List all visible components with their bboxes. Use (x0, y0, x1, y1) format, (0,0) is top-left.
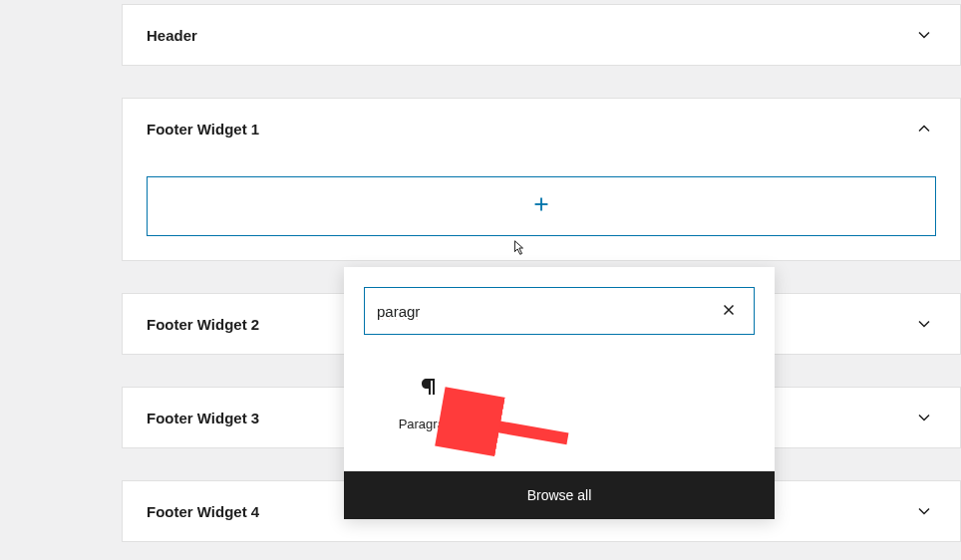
browse-all-button[interactable]: Browse all (344, 471, 775, 519)
paragraph-icon (417, 375, 441, 403)
plus-icon (530, 193, 552, 219)
add-block-button[interactable] (147, 176, 936, 236)
chevron-down-icon (912, 23, 936, 47)
block-inserter-popover: Paragraph Browse all (344, 267, 775, 519)
mouse-cursor-icon (509, 239, 527, 259)
chevron-down-icon (912, 499, 936, 523)
panel-title: Footer Widget 3 (147, 410, 259, 426)
panel-title: Header (147, 27, 197, 44)
search-input[interactable] (377, 303, 716, 320)
close-icon (720, 307, 738, 322)
panel-title: Footer Widget 4 (147, 503, 259, 520)
search-box (364, 287, 755, 335)
clear-search-button[interactable] (716, 297, 742, 326)
widget-area-panel-footer-1[interactable]: Footer Widget 1 (122, 98, 961, 261)
chevron-down-icon (912, 312, 936, 336)
widget-area-panel-header[interactable]: Header (122, 4, 961, 66)
panel-title: Footer Widget 2 (147, 316, 259, 333)
panel-title: Footer Widget 1 (147, 121, 259, 138)
chevron-down-icon (912, 406, 936, 429)
chevron-up-icon (912, 117, 936, 140)
svg-line-2 (465, 420, 567, 438)
